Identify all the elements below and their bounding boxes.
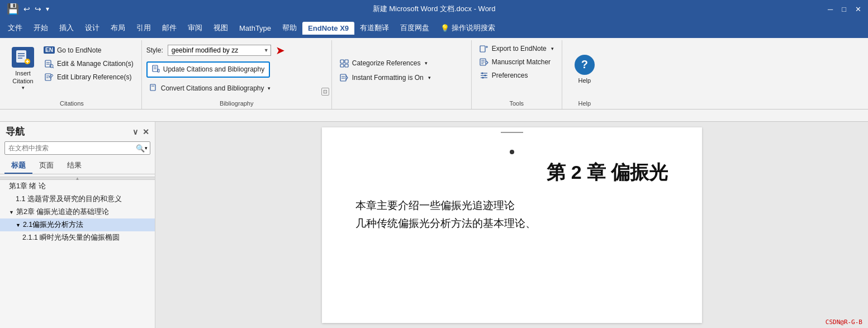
search-dropdown-arrow[interactable]: ▾ <box>145 145 148 151</box>
manuscript-icon <box>480 58 488 66</box>
help-icon: ? <box>575 55 595 75</box>
tree-item-2-1[interactable]: ▼ 2.1偏振光分析方法 <box>0 218 155 231</box>
undo-icon[interactable]: ↩ <box>23 4 30 13</box>
title-bar-left: 💾 ↩ ↪ ▾ <box>7 3 49 15</box>
menu-search[interactable]: 💡 操作说明搜索 <box>435 21 501 35</box>
citations-group-label: Citations <box>2 100 141 107</box>
update-citations-button[interactable]: Update Citations and Bibliography <box>146 61 270 78</box>
menu-baidu[interactable]: 百度网盘 <box>395 21 435 35</box>
tree-item-2-1-1[interactable]: 2.1.1 瞬时光场矢量的偏振椭圆 <box>0 231 155 244</box>
search-icon[interactable]: 🔍 <box>136 144 145 153</box>
customize-icon[interactable]: ▾ <box>46 5 49 13</box>
menu-bar: 文件 开始 插入 设计 布局 引用 邮件 审阅 视图 MathType 帮助 E… <box>0 18 868 38</box>
svg-point-10 <box>50 64 53 68</box>
update-citations-label: Update Citations and Bibliography <box>163 65 264 73</box>
tree-item-1-1-label: 1.1 选题背景及研究的目的和意义 <box>16 194 122 204</box>
help-button[interactable]: ? Help <box>569 45 600 94</box>
menu-home[interactable]: 开始 <box>28 21 54 35</box>
go-to-endnote-button[interactable]: EN Go to EndNote <box>41 44 137 56</box>
lightbulb-icon: 💡 <box>440 24 449 32</box>
edit-library-label: Edit Library Reference(s) <box>57 73 131 81</box>
menu-view[interactable]: 视图 <box>208 21 234 35</box>
svg-point-37 <box>481 73 483 74</box>
ribbon-bottom-bar <box>0 110 868 122</box>
redo-icon[interactable]: ↪ <box>35 4 41 13</box>
csdn-watermark: CSDN@R-G-B <box>826 319 862 326</box>
doc-paragraph-1: 本章主要介绍一些偏振光追迹理论 <box>355 197 668 215</box>
insert-citation-button[interactable]: InsertCitation ▾ <box>7 45 39 94</box>
preferences-button[interactable]: Preferences <box>476 69 557 82</box>
menu-help[interactable]: 帮助 <box>277 21 302 35</box>
ribbon: InsertCitation ▾ EN Go to EndNote Edit &… <box>0 38 868 110</box>
bibliography-group: Style: geebinf modified by zz ➤ Update C… <box>142 40 332 109</box>
export-icon <box>480 44 488 53</box>
convert-btn-row: Convert Citations and Bibliography ▾ <box>146 82 327 95</box>
insert-citation-arrow: ▾ <box>22 85 25 92</box>
update-btn-row: Update Citations and Bibliography <box>146 61 327 78</box>
citations-group-content: InsertCitation ▾ EN Go to EndNote Edit &… <box>7 40 137 109</box>
menu-review[interactable]: 审阅 <box>182 21 208 35</box>
manuscript-matcher-button[interactable]: Manuscript Matcher <box>476 56 557 68</box>
preferences-icon <box>480 71 488 80</box>
menu-youdao[interactable]: 有道翻译 <box>354 21 395 35</box>
minimize-icon[interactable]: ─ <box>828 5 833 13</box>
preferences-label: Preferences <box>492 72 528 79</box>
menu-mail[interactable]: 邮件 <box>156 21 182 35</box>
style-select[interactable]: geebinf modified by zz <box>168 45 271 56</box>
menu-endnote[interactable]: EndNote X9 <box>302 22 354 35</box>
tools-group: Export to EndNote ▾ Manuscript Matcher P… <box>472 40 562 109</box>
export-label: Export to EndNote <box>492 45 547 53</box>
edit-manage-citation-button[interactable]: Edit & Manage Citation(s) <box>41 58 137 70</box>
help-label: Help <box>578 77 591 84</box>
svg-line-11 <box>53 67 54 68</box>
nav-title: 导航 <box>6 125 25 138</box>
instant-formatting-label: Instant Formatting is On <box>352 74 424 82</box>
manuscript-label: Manuscript Matcher <box>492 58 551 66</box>
bibliography-expand-icon[interactable]: ⊡ <box>321 88 329 96</box>
menu-insert[interactable]: 插入 <box>54 21 79 35</box>
edit-library-button[interactable]: Edit Library Reference(s) <box>41 71 137 83</box>
menu-reference[interactable]: 引用 <box>131 21 156 35</box>
nav-search-input[interactable] <box>7 143 136 153</box>
tree-item-1-1[interactable]: 1.1 选题背景及研究的目的和意义 <box>0 193 155 206</box>
instant-formatting-button[interactable]: Instant Formatting is On ▾ <box>336 72 467 84</box>
nav-tab-results[interactable]: 结果 <box>60 158 88 174</box>
tree-item-ch1[interactable]: 第1章 绪 论 <box>0 180 155 193</box>
categorize-label: Categorize References <box>352 59 421 67</box>
tree-triangle-ch2: ▼ <box>9 210 14 215</box>
tools-group-label: Tools <box>472 100 562 107</box>
tree-item-2-1-1-label: 2.1.1 瞬时光场矢量的偏振椭圆 <box>22 233 120 243</box>
maximize-icon[interactable]: □ <box>842 5 846 13</box>
doc-paragraph-2: 几种传统偏振光分析方法的基本理论、 <box>355 215 668 232</box>
nav-close-icon[interactable]: ✕ <box>143 127 149 136</box>
export-to-endnote-button[interactable]: Export to EndNote ▾ <box>476 42 557 55</box>
menu-file[interactable]: 文件 <box>2 21 28 35</box>
tree-item-ch2[interactable]: ▼ 第2章 偏振光追迹的基础理论 <box>0 206 155 218</box>
help-group-label: Help <box>562 100 607 107</box>
convert-citations-button[interactable]: Convert Citations and Bibliography ▾ <box>146 82 274 95</box>
navigation-panel: 导航 ∨ ✕ 🔍 ▾ 标题 页面 结果 第1章 绪 论 1.1 选题背景及研究的… <box>0 122 155 328</box>
menu-layout[interactable]: 布局 <box>105 21 131 35</box>
document-page: 第 2 章 偏振光 本章主要介绍一些偏振光追迹理论 几种传统偏振光分析方法的基本… <box>322 127 702 323</box>
export-arrow: ▾ <box>551 46 554 51</box>
categorize-dropdown-arrow: ▾ <box>425 60 428 66</box>
nav-tab-headings[interactable]: 标题 <box>4 158 32 174</box>
menu-design[interactable]: 设计 <box>79 21 105 35</box>
word-icon: 💾 <box>7 3 19 15</box>
svg-rect-12 <box>45 74 51 80</box>
tree-item-ch2-label: 第2章 偏振光追迹的基础理论 <box>16 207 109 217</box>
nav-tab-pages[interactable]: 页面 <box>32 158 60 174</box>
search-box: 🔍 ▾ <box>4 141 150 155</box>
go-to-endnote-label: Go to EndNote <box>57 46 101 54</box>
menu-mathtype[interactable]: MathType <box>234 22 277 35</box>
svg-rect-21 <box>345 60 348 63</box>
window-title: 新建 Microsoft Word 文档.docx - Word <box>373 4 496 14</box>
style-row: Style: geebinf modified by zz ➤ <box>146 44 327 57</box>
close-icon[interactable]: ✕ <box>855 5 861 13</box>
window-controls: ─ □ ✕ <box>828 5 861 13</box>
edit-manage-icon <box>45 59 54 68</box>
tree-item-ch1-label: 第1章 绪 论 <box>9 182 46 191</box>
style-label: Style: <box>146 46 163 54</box>
nav-collapse-icon[interactable]: ∨ <box>132 127 138 136</box>
categorize-references-button[interactable]: Categorize References ▾ <box>336 57 467 69</box>
